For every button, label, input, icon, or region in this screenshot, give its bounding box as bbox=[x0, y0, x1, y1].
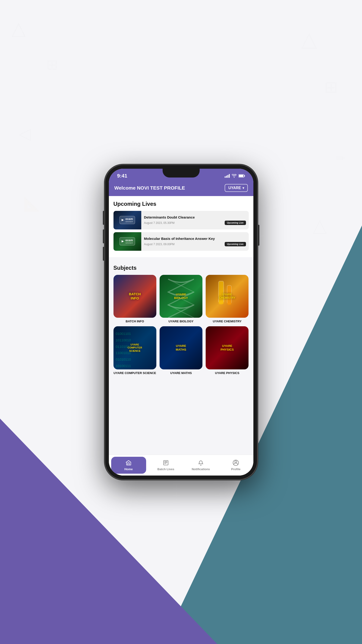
live-card[interactable]: exam WINNER Molecular Basis of Inheritan… bbox=[113, 232, 249, 251]
home-icon bbox=[125, 460, 132, 467]
batch-info-label: BATCHINFO bbox=[113, 275, 156, 318]
svg-text:⊞: ⊞ bbox=[46, 57, 58, 72]
tab-home-label: Home bbox=[124, 468, 133, 471]
subject-thumb-math: UYAREMATHS bbox=[160, 326, 202, 369]
subject-name-chem: UYARE CHEMISTRY bbox=[213, 320, 242, 323]
tab-home[interactable]: Home bbox=[111, 457, 146, 474]
subject-name-physics: UYARE PHYSICS bbox=[215, 371, 239, 375]
cs-text: UYARECOMPUTERSCIENCE bbox=[127, 342, 143, 354]
tab-batch-lives[interactable]: Batch Lives bbox=[148, 455, 183, 476]
batch-lives-icon bbox=[163, 460, 169, 467]
subject-name-bio: UYARE BIOLOGY bbox=[169, 320, 194, 323]
battery-icon bbox=[239, 174, 245, 178]
upcoming-lives-title: Upcoming Lives bbox=[113, 201, 249, 207]
subject-thumb-batch: BATCHINFO bbox=[113, 275, 156, 318]
subject-thumb-cs: 01001101 10110010 01101001 11001010 0101… bbox=[113, 326, 156, 369]
phone-shell: 9:41 bbox=[105, 164, 258, 480]
subject-item-maths[interactable]: UYAREMATHS UYARE MATHS bbox=[160, 326, 202, 375]
app-header: Welcome NOVI TEST PROFILE UYARE ▾ bbox=[109, 181, 253, 196]
subject-thumb-bio: UYAREBIOLOGY bbox=[160, 275, 202, 318]
subjects-section: Subjects BATCHINFO BATCH INFO bbox=[109, 260, 253, 380]
tab-bar: Home Batch Lives Notif bbox=[109, 455, 253, 476]
math-text: UYAREMATHS bbox=[175, 343, 187, 352]
live-date-2: August 7 2023, 09.00PM bbox=[144, 243, 175, 246]
live-date-1: August 7 2023, 05.30PM bbox=[144, 221, 175, 224]
svg-rect-13 bbox=[244, 175, 245, 176]
subject-name-cs: UYARE COMPUTER SCIENCE bbox=[113, 371, 156, 375]
profile-icon bbox=[233, 460, 239, 467]
app-content[interactable]: Upcoming Lives exam WINNER Determ bbox=[109, 196, 253, 455]
svg-rect-8 bbox=[225, 176, 226, 178]
svg-text:△: △ bbox=[313, 215, 327, 236]
bio-text: UYAREBIOLOGY bbox=[173, 292, 189, 301]
physics-label: UYAREPHYSICS bbox=[206, 326, 249, 369]
tab-notifications[interactable]: Notifications bbox=[183, 455, 218, 476]
wifi-icon bbox=[232, 174, 237, 178]
svg-rect-14 bbox=[239, 175, 243, 177]
tab-batch-lives-label: Batch Lives bbox=[157, 468, 174, 471]
subjects-title: Subjects bbox=[113, 265, 249, 271]
signal-icon bbox=[225, 174, 230, 178]
subjects-grid: BATCHINFO BATCH INFO bbox=[113, 275, 249, 375]
exam-logo: exam WINNER bbox=[119, 237, 135, 246]
live-info: Determinants Doubt Clearance August 7 20… bbox=[141, 213, 249, 227]
exam-text: exam bbox=[125, 239, 133, 242]
svg-rect-11 bbox=[229, 174, 230, 178]
live-title-1: Determinants Doubt Clearance bbox=[144, 215, 246, 220]
exam-text: exam bbox=[125, 217, 133, 220]
subject-item-physics[interactable]: UYAREPHYSICS UYARE PHYSICS bbox=[206, 326, 249, 375]
live-title-2: Molecular Basis of Inheritance Answer Ke… bbox=[144, 236, 246, 241]
exam-winner-text: WINNER bbox=[125, 242, 133, 244]
subject-thumb-physics: UYAREPHYSICS bbox=[206, 326, 249, 369]
welcome-text: Welcome NOVI TEST PROFILE bbox=[114, 185, 185, 191]
cs-label: UYARECOMPUTERSCIENCE bbox=[113, 326, 156, 369]
svg-text:△: △ bbox=[11, 18, 26, 39]
phone-screen: 9:41 bbox=[109, 169, 253, 476]
live-date-row-2: August 7 2023, 09.00PM Upcoming Live bbox=[144, 242, 246, 246]
live-info: Molecular Basis of Inheritance Answer Ke… bbox=[141, 234, 249, 249]
chem-label: UYARECHEMISTRY bbox=[206, 275, 249, 318]
notifications-icon bbox=[198, 460, 204, 467]
batch-info-text: BATCHINFO bbox=[128, 291, 141, 301]
subject-item-chemistry[interactable]: UYARECHEMISTRY UYARE CHEMISTRY bbox=[206, 275, 249, 323]
tab-notifications-label: Notifications bbox=[192, 468, 210, 471]
live-thumb-2: exam WINNER bbox=[113, 232, 141, 251]
batch-selector-label: UYARE bbox=[228, 186, 241, 190]
status-time: 9:41 bbox=[117, 173, 127, 179]
subject-item-cs[interactable]: 01001101 10110010 01101001 11001010 0101… bbox=[113, 326, 156, 375]
subject-name-math: UYARE MATHS bbox=[170, 371, 192, 375]
svg-text:✏: ✏ bbox=[336, 152, 346, 165]
batch-selector-button[interactable]: UYARE ▾ bbox=[225, 184, 248, 192]
svg-text:△: △ bbox=[301, 28, 317, 51]
tab-profile-label: Profile bbox=[231, 468, 240, 471]
math-label: UYAREMATHS bbox=[160, 326, 202, 369]
svg-rect-10 bbox=[227, 175, 228, 178]
notch bbox=[163, 169, 200, 178]
subject-item-batch-info[interactable]: BATCHINFO BATCH INFO bbox=[113, 275, 156, 323]
subject-item-biology[interactable]: UYAREBIOLOGY UYARE BIOLOGY bbox=[160, 275, 202, 323]
chevron-down-icon: ▾ bbox=[243, 186, 244, 190]
status-icons bbox=[225, 174, 245, 178]
physics-text: UYAREPHYSICS bbox=[220, 343, 235, 352]
subject-thumb-chem: UYARECHEMISTRY bbox=[206, 275, 249, 318]
upcoming-badge-2: Upcoming Live bbox=[225, 242, 246, 246]
svg-text:◁: ◁ bbox=[18, 124, 31, 142]
live-card[interactable]: exam WINNER Determinants Doubt Clearance… bbox=[113, 211, 249, 230]
svg-text:⊞: ⊞ bbox=[324, 78, 338, 96]
exam-winner-text: WINNER bbox=[125, 220, 133, 223]
subject-name-batch: BATCH INFO bbox=[126, 320, 144, 323]
live-thumb-1: exam WINNER bbox=[113, 211, 141, 230]
svg-text:📐: 📐 bbox=[23, 196, 40, 212]
live-date-row-1: August 7 2023, 05.30PM Upcoming Live bbox=[144, 220, 246, 225]
exam-logo: exam WINNER bbox=[119, 216, 135, 224]
chem-text: UYARECHEMISTRY bbox=[218, 292, 236, 300]
tab-profile[interactable]: Profile bbox=[218, 455, 253, 476]
bio-label: UYAREBIOLOGY bbox=[160, 275, 202, 318]
upcoming-badge-1: Upcoming Live bbox=[225, 220, 246, 225]
svg-point-26 bbox=[235, 461, 237, 463]
svg-rect-9 bbox=[226, 176, 227, 178]
upcoming-lives-section: Upcoming Lives exam WINNER Determ bbox=[109, 196, 253, 257]
